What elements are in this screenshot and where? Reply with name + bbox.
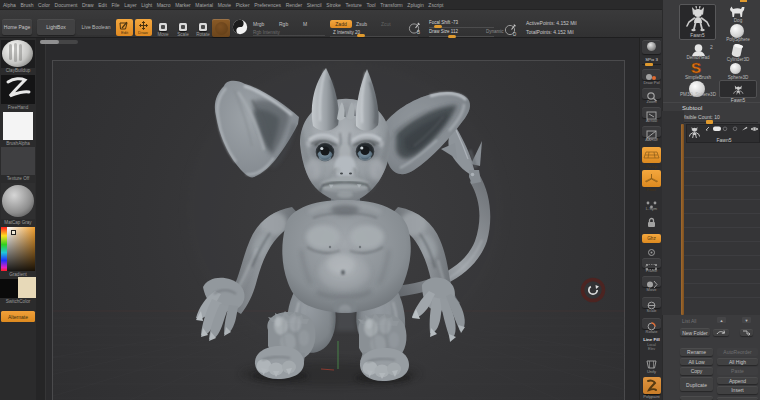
svg-text:B: B [417, 30, 420, 35]
svg-text:D: D [513, 32, 517, 37]
svg-text:S: S [691, 60, 701, 75]
